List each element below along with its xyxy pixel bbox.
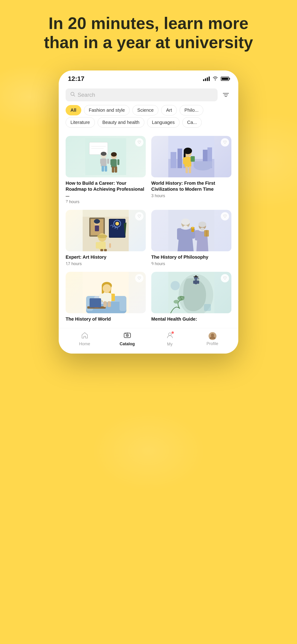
status-bar: 12:17 [59,70,238,85]
svg-point-63 [183,225,188,229]
chip-science[interactable]: Science [132,105,158,116]
svg-rect-13 [102,166,104,172]
course-thumbnail-world-history: ♡ [151,136,232,177]
svg-point-108 [170,281,180,290]
chip-ca[interactable]: Ca... [182,117,202,128]
svg-rect-109 [204,304,211,311]
svg-rect-58 [104,249,107,251]
svg-line-1 [74,95,75,96]
courses-grid: ♡ [59,131,238,328]
course-title-history-world: The History of World [66,316,146,322]
favorite-button-world-history[interactable]: ♡ [221,138,229,146]
nav-item-profile[interactable]: Profile [201,332,224,346]
svg-rect-40 [186,166,188,173]
svg-rect-54 [99,242,106,250]
status-icons [203,76,229,82]
course-duration-world-history: 3 hours [151,194,232,198]
svg-point-62 [181,218,190,225]
favorite-button-art-history[interactable]: ♡ [135,212,144,220]
svg-point-106 [178,296,184,300]
svg-rect-21 [115,166,117,172]
svg-point-115 [168,333,171,336]
svg-point-114 [127,335,128,336]
filter-button[interactable] [220,89,232,100]
svg-rect-18 [110,159,112,165]
svg-rect-103 [195,276,197,277]
course-thumbnail-career: ♡ [66,136,146,177]
svg-rect-25 [170,152,176,168]
svg-rect-72 [195,230,198,240]
svg-point-107 [174,300,179,304]
course-card-world-history[interactable]: ♡ [151,136,232,204]
course-thumbnail-art-history: ♡ [66,210,146,251]
favorite-button-career[interactable]: ♡ [135,138,144,146]
svg-point-71 [200,228,204,231]
categories-row-1: All Fashion and style Science Art Philo.… [59,105,238,117]
svg-rect-26 [178,148,182,168]
svg-point-53 [97,234,107,238]
course-duration-art-history: 17 hours [66,262,146,266]
svg-rect-56 [109,243,111,248]
chip-philosophy[interactable]: Philo... [180,105,203,116]
course-card-history-world[interactable]: ♡ [66,272,146,324]
chip-all[interactable]: All [66,105,81,116]
svg-rect-12 [107,158,109,164]
svg-point-117 [211,334,214,337]
svg-rect-36 [183,157,186,164]
nav-label-my: My [167,342,173,347]
home-icon [81,332,88,340]
nav-item-my[interactable]: My [158,332,182,347]
chip-languages[interactable]: Languages [147,117,180,128]
signal-icon [203,76,210,81]
svg-rect-79 [120,297,126,311]
svg-point-105 [198,278,199,280]
svg-point-90 [103,284,111,292]
svg-rect-93 [90,298,101,308]
svg-rect-11 [100,158,102,164]
status-time: 12:17 [68,75,84,82]
course-title-world-history: World History: From the First Civilizati… [151,180,232,192]
svg-rect-41 [189,166,191,173]
search-bar[interactable]: Search [66,88,218,101]
course-duration-career: 7 hours [66,200,146,204]
course-card-career[interactable]: ♡ [66,136,146,204]
svg-rect-57 [100,249,103,251]
favorite-button-mental-health[interactable]: ♡ [221,274,229,282]
course-title-art-history: Expert: Art History [66,254,146,260]
favorite-button-philosophy[interactable]: ♡ [221,212,229,220]
course-title-career: How to Build a Career: Your Roadmap to A… [66,180,146,198]
svg-rect-55 [96,242,99,248]
bottom-nav: Home Catalog My [59,328,238,354]
search-container: Search [59,85,238,105]
chip-beauty[interactable]: Beauty and health [98,117,144,128]
svg-rect-34 [184,151,186,158]
nav-label-catalog: Catalog [120,342,135,346]
course-thumbnail-philosophy: ♡ [151,210,232,251]
headline: In 20 minutes, learn more than in a year… [22,14,275,52]
chip-fashion[interactable]: Fashion and style [84,105,130,116]
catalog-icon [124,332,131,340]
my-icon [166,332,173,340]
svg-rect-91 [102,293,112,302]
search-icon [70,92,75,98]
svg-rect-64 [177,228,181,240]
course-card-philosophy[interactable]: ♡ [151,210,232,266]
course-thumbnail-mental-health: ♡ [151,272,232,313]
course-thumbnail-history-world: ♡ [66,272,146,313]
nav-item-home[interactable]: Home [73,332,96,346]
svg-rect-14 [105,166,107,172]
svg-rect-100 [193,280,195,284]
search-placeholder: Search [78,92,95,98]
favorite-button-history-world[interactable]: ♡ [135,274,144,282]
phone-frame: 12:17 [59,70,238,354]
chip-art[interactable]: Art [161,105,177,116]
svg-rect-48 [95,226,99,231]
course-card-mental-health[interactable]: ♡ [151,272,232,324]
chip-literature[interactable]: Literature [66,117,95,128]
categories-row-2: Literature Beauty and health Languages C… [59,117,238,131]
nav-label-profile: Profile [206,341,218,346]
nav-item-catalog[interactable]: Catalog [116,332,139,346]
profile-avatar [208,332,216,340]
course-card-art-history[interactable]: ♡ [66,210,146,266]
course-duration-philosophy: 9 hours [151,262,232,266]
